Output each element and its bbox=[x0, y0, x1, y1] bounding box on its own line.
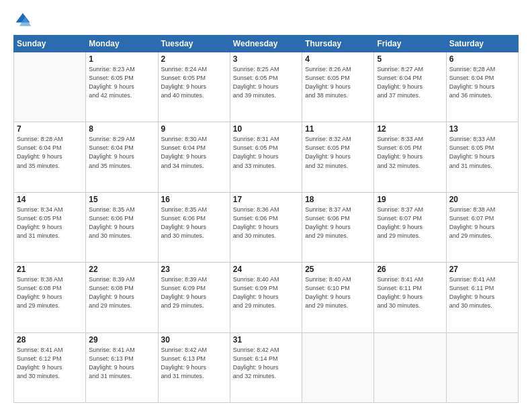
calendar-cell: 20Sunrise: 8:38 AM Sunset: 6:07 PM Dayli… bbox=[446, 192, 518, 262]
calendar-cell: 22Sunrise: 8:39 AM Sunset: 6:08 PM Dayli… bbox=[86, 263, 158, 332]
day-info: Sunrise: 8:42 AM Sunset: 6:13 PM Dayligh… bbox=[161, 346, 227, 381]
day-number: 16 bbox=[161, 195, 227, 204]
calendar-cell: 23Sunrise: 8:39 AM Sunset: 6:09 PM Dayli… bbox=[158, 263, 230, 332]
day-info: Sunrise: 8:40 AM Sunset: 6:09 PM Dayligh… bbox=[233, 275, 299, 310]
day-number: 26 bbox=[377, 265, 443, 274]
calendar-cell: 8Sunrise: 8:29 AM Sunset: 6:04 PM Daylig… bbox=[86, 122, 158, 192]
day-info: Sunrise: 8:31 AM Sunset: 6:05 PM Dayligh… bbox=[233, 135, 299, 170]
day-number: 7 bbox=[17, 124, 83, 134]
day-number: 30 bbox=[161, 335, 227, 345]
weekday-header: Wednesday bbox=[230, 36, 302, 52]
day-number: 23 bbox=[161, 265, 227, 274]
day-number: 10 bbox=[233, 124, 299, 134]
day-info: Sunrise: 8:35 AM Sunset: 6:06 PM Dayligh… bbox=[161, 205, 227, 240]
calendar-cell: 21Sunrise: 8:38 AM Sunset: 6:08 PM Dayli… bbox=[14, 263, 86, 332]
calendar-cell: 6Sunrise: 8:28 AM Sunset: 6:04 PM Daylig… bbox=[446, 52, 518, 122]
calendar-cell: 29Sunrise: 8:41 AM Sunset: 6:13 PM Dayli… bbox=[86, 332, 158, 402]
day-info: Sunrise: 8:37 AM Sunset: 6:07 PM Dayligh… bbox=[377, 205, 443, 240]
day-info: Sunrise: 8:27 AM Sunset: 6:04 PM Dayligh… bbox=[377, 65, 443, 100]
calendar-cell: 15Sunrise: 8:35 AM Sunset: 6:06 PM Dayli… bbox=[86, 192, 158, 262]
day-info: Sunrise: 8:24 AM Sunset: 6:05 PM Dayligh… bbox=[161, 65, 227, 100]
day-info: Sunrise: 8:42 AM Sunset: 6:14 PM Dayligh… bbox=[233, 346, 299, 381]
day-number: 8 bbox=[89, 124, 154, 134]
calendar-cell: 24Sunrise: 8:40 AM Sunset: 6:09 PM Dayli… bbox=[230, 263, 302, 332]
calendar-cell: 28Sunrise: 8:41 AM Sunset: 6:12 PM Dayli… bbox=[14, 332, 86, 402]
calendar-cell: 11Sunrise: 8:32 AM Sunset: 6:05 PM Dayli… bbox=[302, 122, 374, 192]
weekday-header: Tuesday bbox=[158, 36, 230, 52]
calendar-cell: 12Sunrise: 8:33 AM Sunset: 6:05 PM Dayli… bbox=[374, 122, 446, 192]
day-number: 9 bbox=[161, 124, 227, 134]
day-info: Sunrise: 8:34 AM Sunset: 6:05 PM Dayligh… bbox=[17, 205, 83, 240]
day-info: Sunrise: 8:41 AM Sunset: 6:13 PM Dayligh… bbox=[89, 346, 154, 381]
day-info: Sunrise: 8:32 AM Sunset: 6:05 PM Dayligh… bbox=[305, 135, 371, 170]
day-info: Sunrise: 8:41 AM Sunset: 6:12 PM Dayligh… bbox=[17, 346, 83, 381]
calendar-cell: 9Sunrise: 8:30 AM Sunset: 6:04 PM Daylig… bbox=[158, 122, 230, 192]
day-number: 29 bbox=[89, 335, 154, 345]
day-number: 24 bbox=[233, 265, 299, 274]
calendar-table: SundayMondayTuesdayWednesdayThursdayFrid… bbox=[13, 35, 519, 403]
day-number: 13 bbox=[449, 124, 515, 134]
day-number: 11 bbox=[305, 124, 371, 134]
calendar-week-row: 7Sunrise: 8:28 AM Sunset: 6:04 PM Daylig… bbox=[14, 122, 519, 192]
day-info: Sunrise: 8:39 AM Sunset: 6:08 PM Dayligh… bbox=[89, 275, 154, 310]
calendar-cell: 19Sunrise: 8:37 AM Sunset: 6:07 PM Dayli… bbox=[374, 192, 446, 262]
day-info: Sunrise: 8:36 AM Sunset: 6:06 PM Dayligh… bbox=[233, 205, 299, 240]
day-info: Sunrise: 8:38 AM Sunset: 6:08 PM Dayligh… bbox=[17, 275, 83, 310]
day-number: 14 bbox=[17, 195, 83, 204]
calendar-week-row: 21Sunrise: 8:38 AM Sunset: 6:08 PM Dayli… bbox=[14, 263, 519, 332]
calendar-cell: 1Sunrise: 8:23 AM Sunset: 6:05 PM Daylig… bbox=[86, 52, 158, 122]
day-number: 1 bbox=[89, 54, 154, 64]
page: SundayMondayTuesdayWednesdayThursdayFrid… bbox=[0, 0, 532, 411]
day-info: Sunrise: 8:33 AM Sunset: 6:05 PM Dayligh… bbox=[377, 135, 443, 170]
weekday-header: Sunday bbox=[14, 36, 86, 52]
calendar-cell: 7Sunrise: 8:28 AM Sunset: 6:04 PM Daylig… bbox=[14, 122, 86, 192]
calendar-cell: 17Sunrise: 8:36 AM Sunset: 6:06 PM Dayli… bbox=[230, 192, 302, 262]
weekday-header: Friday bbox=[374, 36, 446, 52]
day-number: 31 bbox=[233, 335, 299, 345]
day-number: 5 bbox=[377, 54, 443, 64]
calendar-cell: 5Sunrise: 8:27 AM Sunset: 6:04 PM Daylig… bbox=[374, 52, 446, 122]
day-number: 27 bbox=[449, 265, 515, 274]
weekday-header: Monday bbox=[86, 36, 158, 52]
header bbox=[13, 11, 519, 30]
day-number: 4 bbox=[305, 54, 371, 64]
calendar-week-row: 1Sunrise: 8:23 AM Sunset: 6:05 PM Daylig… bbox=[14, 52, 519, 122]
day-info: Sunrise: 8:28 AM Sunset: 6:04 PM Dayligh… bbox=[449, 65, 515, 100]
day-info: Sunrise: 8:37 AM Sunset: 6:06 PM Dayligh… bbox=[305, 205, 371, 240]
calendar-cell bbox=[14, 52, 86, 122]
day-number: 15 bbox=[89, 195, 154, 204]
day-info: Sunrise: 8:33 AM Sunset: 6:05 PM Dayligh… bbox=[449, 135, 515, 170]
calendar-header-row: SundayMondayTuesdayWednesdayThursdayFrid… bbox=[14, 36, 519, 52]
calendar-cell: 14Sunrise: 8:34 AM Sunset: 6:05 PM Dayli… bbox=[14, 192, 86, 262]
calendar-cell: 2Sunrise: 8:24 AM Sunset: 6:05 PM Daylig… bbox=[158, 52, 230, 122]
day-info: Sunrise: 8:30 AM Sunset: 6:04 PM Dayligh… bbox=[161, 135, 227, 170]
calendar-week-row: 14Sunrise: 8:34 AM Sunset: 6:05 PM Dayli… bbox=[14, 192, 519, 262]
calendar-cell: 18Sunrise: 8:37 AM Sunset: 6:06 PM Dayli… bbox=[302, 192, 374, 262]
calendar-cell bbox=[446, 332, 518, 402]
day-number: 3 bbox=[233, 54, 299, 64]
calendar-cell: 4Sunrise: 8:26 AM Sunset: 6:05 PM Daylig… bbox=[302, 52, 374, 122]
day-number: 17 bbox=[233, 195, 299, 204]
day-info: Sunrise: 8:41 AM Sunset: 6:11 PM Dayligh… bbox=[449, 275, 515, 310]
calendar-cell: 26Sunrise: 8:41 AM Sunset: 6:11 PM Dayli… bbox=[374, 263, 446, 332]
day-number: 21 bbox=[17, 265, 83, 274]
day-info: Sunrise: 8:38 AM Sunset: 6:07 PM Dayligh… bbox=[449, 205, 515, 240]
day-info: Sunrise: 8:35 AM Sunset: 6:06 PM Dayligh… bbox=[89, 205, 154, 240]
calendar-week-row: 28Sunrise: 8:41 AM Sunset: 6:12 PM Dayli… bbox=[14, 332, 519, 402]
day-info: Sunrise: 8:29 AM Sunset: 6:04 PM Dayligh… bbox=[89, 135, 154, 170]
day-number: 12 bbox=[377, 124, 443, 134]
day-info: Sunrise: 8:25 AM Sunset: 6:05 PM Dayligh… bbox=[233, 65, 299, 100]
calendar-cell bbox=[374, 332, 446, 402]
calendar-cell: 27Sunrise: 8:41 AM Sunset: 6:11 PM Dayli… bbox=[446, 263, 518, 332]
logo bbox=[13, 11, 35, 30]
day-info: Sunrise: 8:23 AM Sunset: 6:05 PM Dayligh… bbox=[89, 65, 154, 100]
calendar-cell: 31Sunrise: 8:42 AM Sunset: 6:14 PM Dayli… bbox=[230, 332, 302, 402]
day-number: 2 bbox=[161, 54, 227, 64]
calendar-cell: 25Sunrise: 8:40 AM Sunset: 6:10 PM Dayli… bbox=[302, 263, 374, 332]
day-number: 6 bbox=[449, 54, 515, 64]
day-info: Sunrise: 8:26 AM Sunset: 6:05 PM Dayligh… bbox=[305, 65, 371, 100]
day-number: 22 bbox=[89, 265, 154, 274]
logo-icon bbox=[13, 11, 32, 30]
weekday-header: Saturday bbox=[446, 36, 518, 52]
day-info: Sunrise: 8:40 AM Sunset: 6:10 PM Dayligh… bbox=[305, 275, 371, 310]
